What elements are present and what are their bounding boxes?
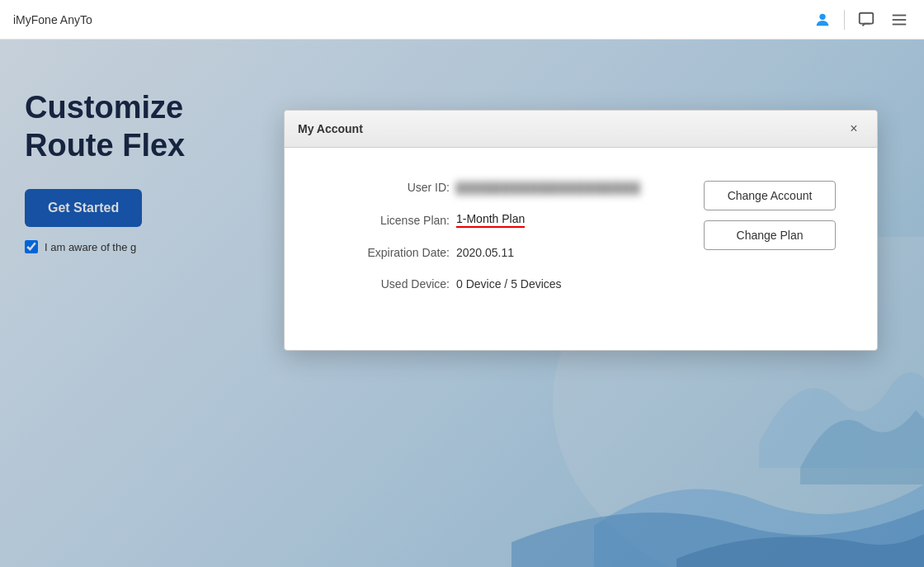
chat-icon[interactable] [855,8,878,31]
menu-icon[interactable] [888,8,911,31]
my-account-dialog: My Account × User ID: ██████████████████… [284,110,878,351]
device-label: Used Device: [351,277,450,291]
license-plan-row: License Plan: 1-Month Plan [351,212,671,228]
titlebar: iMyFone AnyTo [0,0,924,40]
user-id-value: ████████████████████ [456,182,641,194]
dialog-body: User ID: ████████████████████ License Pl… [285,148,877,350]
device-value: 0 Device / 5 Devices [456,277,562,291]
dialog-title: My Account [298,122,363,135]
expiration-label: Expiration Date: [351,246,450,259]
user-id-label: User ID: [351,181,450,194]
change-account-button[interactable]: Change Account [704,181,836,210]
dialog-close-button[interactable]: × [844,119,864,139]
license-label: License Plan: [351,214,450,227]
titlebar-actions [811,8,911,31]
svg-rect-1 [860,12,874,23]
dialog-actions: Change Account Change Plan [704,181,836,309]
expiration-value: 2020.05.11 [456,246,514,259]
user-id-row: User ID: ████████████████████ [351,181,671,194]
main-background: Customize Route Flex Get Started I am aw… [0,40,924,567]
app-title: iMyFone AnyTo [13,13,92,26]
dialog-info: User ID: ████████████████████ License Pl… [351,181,671,309]
user-avatar-icon[interactable] [811,8,834,31]
device-row: Used Device: 0 Device / 5 Devices [351,277,671,291]
license-value: 1-Month Plan [456,212,525,228]
change-plan-button[interactable]: Change Plan [704,220,836,250]
dialog-titlebar: My Account × [285,111,877,148]
expiration-row: Expiration Date: 2020.05.11 [351,246,671,259]
svg-point-0 [819,13,825,19]
titlebar-divider [844,10,845,30]
